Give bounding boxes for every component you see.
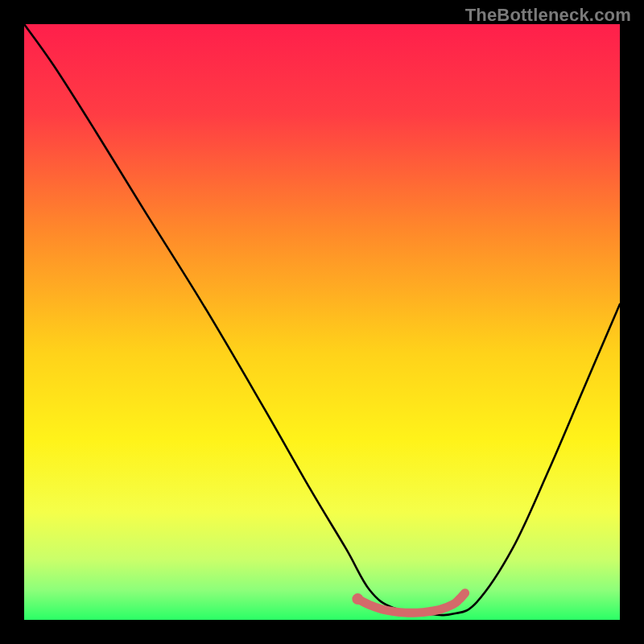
attribution-text: TheBottleneck.com <box>465 5 631 26</box>
chart-background <box>24 24 620 620</box>
chart-plot <box>24 24 620 620</box>
chart-frame <box>24 24 620 620</box>
optimal-range-endpoint <box>352 593 363 605</box>
